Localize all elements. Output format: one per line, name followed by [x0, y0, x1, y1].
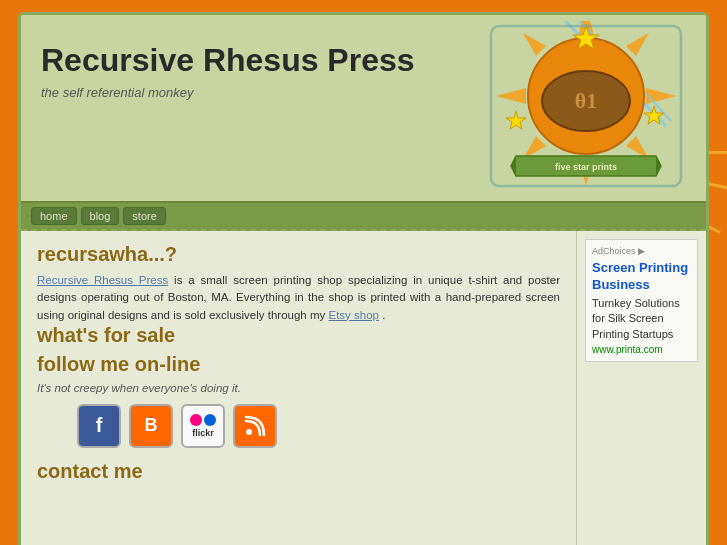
flickr-inner: flickr: [190, 414, 216, 438]
blogger-icon[interactable]: B: [129, 404, 173, 448]
main-content: recursawha...? Recursive Rhesus Press is…: [21, 231, 576, 545]
svg-text:θ1: θ1: [575, 88, 597, 113]
nav-store[interactable]: store: [123, 207, 165, 225]
flickr-dots: [190, 414, 216, 426]
ad-choices: AdChoices ▶: [592, 246, 691, 256]
recursawha-body: Recursive Rhesus Press is a small screen…: [37, 272, 560, 324]
section-follow-me: follow me on-line It's not creepy when e…: [37, 353, 560, 448]
blogger-letter: B: [145, 415, 158, 436]
ad-box: AdChoices ▶ Screen Printing Business Tur…: [585, 239, 698, 362]
section-heading-recursawha: recursawha...?: [37, 243, 560, 266]
ad-choices-label: AdChoices: [592, 246, 636, 256]
flickr-icon[interactable]: flickr: [181, 404, 225, 448]
svg-marker-17: [496, 88, 526, 104]
page-background: Recursive Rhesus Press the self referent…: [0, 0, 727, 545]
svg-marker-13: [646, 88, 676, 104]
logo-area: θ1 five star prints: [486, 31, 686, 191]
svg-text:five star prints: five star prints: [555, 162, 617, 172]
navbar: home blog store: [21, 201, 706, 231]
header-text: Recursive Rhesus Press the self referent…: [41, 31, 486, 100]
nav-home[interactable]: home: [31, 207, 77, 225]
main-container: Recursive Rhesus Press the self referent…: [18, 12, 709, 545]
facebook-icon[interactable]: f: [77, 404, 121, 448]
section-recursawha: recursawha...? Recursive Rhesus Press is…: [37, 243, 560, 324]
facebook-letter: f: [96, 414, 103, 437]
site-tagline: the self referential monkey: [41, 85, 486, 100]
ad-title-line2: Business: [592, 277, 650, 292]
svg-marker-12: [626, 33, 649, 56]
section-heading-contact: contact me: [37, 460, 560, 483]
rss-svg: [243, 414, 267, 438]
recursive-rhesus-press-link[interactable]: Recursive Rhesus Press: [37, 274, 168, 286]
svg-marker-25: [506, 111, 526, 129]
content-area: recursawha...? Recursive Rhesus Press is…: [21, 231, 706, 545]
etsy-shop-link[interactable]: Etsy shop: [329, 309, 380, 321]
ad-body: Turnkey Solutions for Silk Screen Printi…: [592, 296, 691, 342]
svg-point-29: [246, 429, 252, 435]
section-heading-follow: follow me on-line: [37, 353, 560, 376]
ad-url: www.printa.com: [592, 344, 691, 355]
section-whats-for-sale: what's for sale: [37, 324, 560, 347]
section-heading-sale: what's for sale: [37, 324, 560, 347]
site-title: Recursive Rhesus Press: [41, 41, 486, 79]
follow-subtext: It's not creepy when everyone's doing it…: [37, 382, 560, 394]
recursawha-text2: .: [382, 309, 385, 321]
ad-title-line1: Screen Printing: [592, 260, 688, 275]
logo-badge: θ1 five star prints: [486, 21, 686, 196]
nav-blog[interactable]: blog: [81, 207, 120, 225]
flickr-text: flickr: [192, 428, 214, 438]
svg-marker-18: [523, 33, 546, 56]
section-contact-me: contact me: [37, 460, 560, 483]
flickr-dot-pink: [190, 414, 202, 426]
ad-choices-arrow: ▶: [638, 246, 645, 256]
ad-title[interactable]: Screen Printing Business: [592, 260, 691, 294]
header: Recursive Rhesus Press the self referent…: [21, 15, 706, 201]
social-icons-container: f B f: [77, 404, 560, 448]
flickr-dot-blue: [204, 414, 216, 426]
rss-icon[interactable]: [233, 404, 277, 448]
sidebar: AdChoices ▶ Screen Printing Business Tur…: [576, 231, 706, 545]
